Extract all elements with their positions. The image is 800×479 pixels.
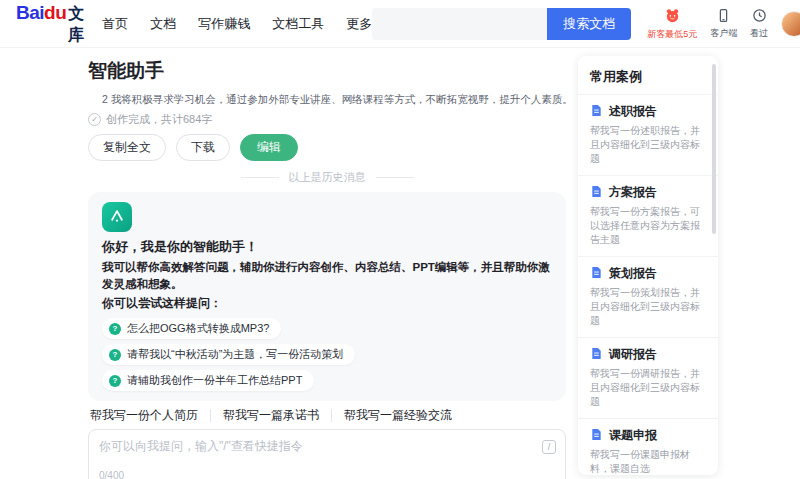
assistant-main: 智能助手 2 我将积极寻求学习机会，通过参加外部专业讲座、网络课程等方式，不断拓…	[88, 56, 566, 479]
question-icon: ?	[109, 323, 121, 335]
user-avatar[interactable]	[781, 11, 800, 37]
assistant-avatar-icon	[108, 207, 126, 228]
document-icon	[590, 428, 603, 444]
case-title: 课题申报	[609, 427, 657, 444]
check-icon: ✓	[88, 113, 101, 126]
nav-item-more[interactable]: 更多	[346, 15, 372, 33]
example-questions: ? 怎么把OGG格式转换成MP3? ? 请帮我以“中秋活动”为主题，写一份活动策…	[102, 318, 552, 391]
promo-label: 新客最低5元	[647, 28, 697, 41]
generation-status: ✓ 创作完成，共计684字	[88, 112, 566, 127]
logo-du: du	[44, 2, 66, 24]
quick-suggestions: 帮我写一份个人简历 帮我写一篇承诺书 帮我写一篇经验交流	[88, 409, 566, 422]
assistant-try-label: 你可以尝试这样提问：	[102, 295, 552, 312]
search-docs-button[interactable]: 搜索文档	[547, 8, 631, 40]
assistant-message: 你好，我是你的智能助手！ 我可以帮你高效解答问题，辅助你进行内容创作、内容总结、…	[88, 192, 566, 401]
case-desc: 帮我写一份课题申报材料，课题自选	[590, 448, 704, 475]
example-question-text: 请帮我以“中秋活动”为主题，写一份活动策划	[127, 347, 343, 362]
generation-status-text: 创作完成，共计684字	[106, 112, 212, 127]
mascot-icon	[664, 7, 681, 27]
new-user-promo[interactable]: 新客最低5元	[647, 7, 697, 41]
search-input[interactable]	[372, 8, 547, 40]
edit-button[interactable]: 编辑	[240, 134, 298, 161]
page-title: 智能助手	[88, 58, 566, 84]
generated-doc-tail: 2 我将积极寻求学习机会，通过参加外部专业讲座、网络课程等方式，不断拓宽视野，提…	[88, 92, 566, 107]
shortcut-command-icon[interactable]: /	[542, 440, 556, 454]
main-nav: 首页 文档 写作赚钱 文档工具 更多	[102, 15, 372, 33]
prompt-input-box: / 0/400	[88, 429, 566, 479]
nav-item-tools[interactable]: 文档工具	[272, 15, 324, 33]
case-item-diaoyan[interactable]: 调研报告 帮我写一份调研报告，并且内容细化到三级内容标题	[578, 337, 718, 418]
document-icon	[590, 185, 603, 201]
case-title: 调研报告	[609, 346, 657, 363]
nav-item-earn[interactable]: 写作赚钱	[198, 15, 250, 33]
common-cases-panel: 常用案例 述职报告 帮我写一份述职报告，并且内容细化到三级内容标题 方案报告 帮…	[578, 56, 718, 475]
navbar-right: 新客最低5元 客户端 看过	[647, 7, 800, 41]
history-seen[interactable]: 看过	[750, 8, 768, 40]
case-item-cehua[interactable]: 策划报告 帮我写一份策划报告，并且内容细化到三级内容标题	[578, 256, 718, 337]
case-desc: 帮我写一份方案报告，可以选择任意内容为方案报告主题	[590, 205, 704, 247]
example-question-3[interactable]: ? 请辅助我创作一份半年工作总结PPT	[102, 370, 314, 391]
suggestion-commitment[interactable]: 帮我写一篇承诺书	[211, 409, 332, 422]
document-icon	[590, 104, 603, 120]
phone-icon	[716, 8, 731, 26]
download-button[interactable]: 下载	[176, 134, 230, 161]
case-title: 述职报告	[609, 103, 657, 120]
history-divider: 以上是历史消息	[88, 170, 566, 185]
clock-icon	[752, 8, 767, 26]
logo-product: 文库	[68, 4, 84, 46]
example-question-1[interactable]: ? 怎么把OGG格式转换成MP3?	[102, 318, 281, 339]
case-item-keti[interactable]: 课题申报 帮我写一份课题申报材料，课题自选	[578, 418, 718, 475]
example-question-2[interactable]: ? 请帮我以“中秋活动”为主题，写一份活动策划	[102, 344, 355, 365]
example-question-text: 怎么把OGG格式转换成MP3?	[127, 321, 269, 336]
case-title: 方案报告	[609, 184, 657, 201]
client-download[interactable]: 客户端	[710, 8, 737, 40]
document-icon	[590, 347, 603, 363]
cases-panel-title: 常用案例	[578, 56, 718, 94]
nav-item-home[interactable]: 首页	[102, 15, 128, 33]
case-desc: 帮我写一份述职报告，并且内容细化到三级内容标题	[590, 124, 704, 166]
seen-label: 看过	[750, 27, 768, 40]
assistant-avatar	[102, 202, 132, 232]
case-desc: 帮我写一份调研报告，并且内容细化到三级内容标题	[590, 367, 704, 409]
copy-all-button[interactable]: 复制全文	[88, 134, 166, 161]
doc-actions: 复制全文 下载 编辑	[88, 134, 566, 161]
prompt-input[interactable]	[99, 438, 535, 468]
assistant-greeting: 你好，我是你的智能助手！	[102, 237, 552, 257]
assistant-intro: 我可以帮你高效解答问题，辅助你进行内容创作、内容总结、PPT编辑等，并且帮助你激…	[102, 259, 552, 293]
case-item-shuzhi[interactable]: 述职报告 帮我写一份述职报告，并且内容细化到三级内容标题	[578, 94, 718, 175]
suggestion-resume[interactable]: 帮我写一份个人简历	[88, 409, 211, 422]
case-title: 策划报告	[609, 265, 657, 282]
example-question-text: 请辅助我创作一份半年工作总结PPT	[127, 373, 302, 388]
char-counter: 0/400	[99, 470, 124, 479]
sidebar-scrollbar[interactable]	[712, 64, 716, 234]
question-icon: ?	[109, 349, 121, 361]
top-navbar: Bai du 文库 首页 文档 写作赚钱 文档工具 更多 搜索文档 新客最低5元	[0, 0, 800, 48]
case-desc: 帮我写一份策划报告，并且内容细化到三级内容标题	[590, 286, 704, 328]
page-body: 智能助手 2 我将积极寻求学习机会，通过参加外部专业讲座、网络课程等方式，不断拓…	[0, 48, 800, 479]
client-label: 客户端	[710, 27, 737, 40]
nav-item-docs[interactable]: 文档	[150, 15, 176, 33]
logo-bai: Bai	[16, 2, 44, 24]
case-item-fangan[interactable]: 方案报告 帮我写一份方案报告，可以选择任意内容为方案报告主题	[578, 175, 718, 256]
question-icon: ?	[109, 375, 121, 387]
baidu-wenku-logo[interactable]: Bai du 文库	[16, 2, 84, 46]
history-divider-text: 以上是历史消息	[289, 170, 366, 185]
suggestion-experience[interactable]: 帮我写一篇经验交流	[332, 409, 464, 422]
search-bar: 搜索文档	[372, 8, 631, 40]
document-icon	[590, 266, 603, 282]
